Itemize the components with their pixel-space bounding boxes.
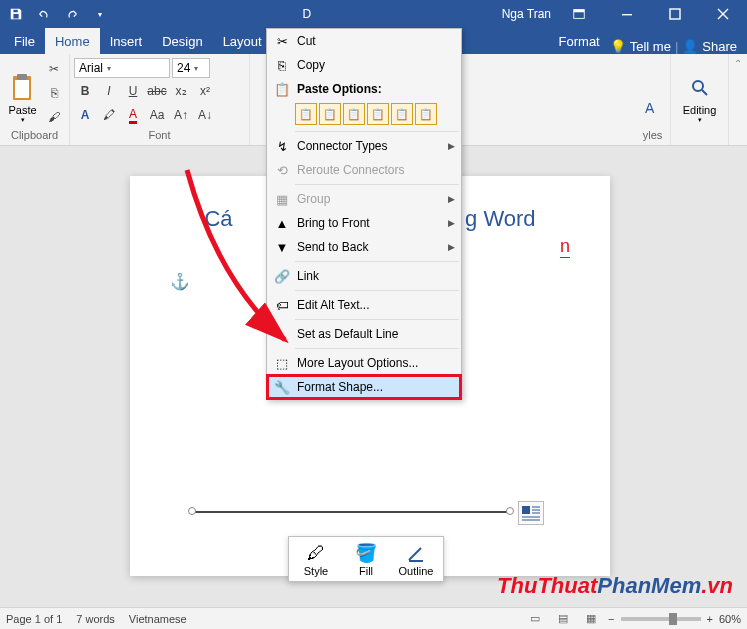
svg-rect-10 [409, 560, 423, 562]
minimize-icon[interactable] [607, 0, 647, 28]
qat-customize-icon[interactable]: ▾ [88, 3, 112, 25]
mini-toolbar: 🖊 Style 🪣 Fill Outline [288, 536, 444, 582]
status-language[interactable]: Vietnamese [129, 613, 187, 625]
resize-handle-left[interactable] [188, 507, 196, 515]
paste-option-5[interactable]: 📋 [391, 103, 413, 125]
change-case-button[interactable]: Aa [146, 104, 168, 126]
styles-button[interactable]: A [637, 56, 669, 126]
font-group-label: Font [74, 129, 245, 143]
scissors-icon: ✂ [271, 32, 293, 50]
paste-option-3[interactable]: 📋 [343, 103, 365, 125]
zoom-in-button[interactable]: + [707, 613, 713, 625]
context-menu: ✂Cut ⎘Copy 📋Paste Options: 📋 📋 📋 📋 📋 📋 ↯… [266, 28, 462, 400]
share-button[interactable]: Share [702, 39, 737, 54]
collapse-ribbon-icon[interactable]: ⌃ [734, 58, 742, 69]
connector-icon: ↯ [271, 137, 293, 155]
tab-format[interactable]: Format [549, 28, 610, 54]
redo-icon[interactable] [60, 3, 84, 25]
tab-layout[interactable]: Layout [213, 28, 272, 54]
maximize-icon[interactable] [655, 0, 695, 28]
tell-me[interactable]: Tell me [630, 39, 671, 54]
tab-home[interactable]: Home [45, 28, 100, 54]
ctx-default-line[interactable]: Set as Default Line [267, 322, 461, 346]
svg-rect-5 [17, 74, 27, 80]
share-icon: 👤 [682, 39, 698, 54]
cut-icon[interactable]: ✂ [43, 58, 65, 80]
italic-button[interactable]: I [98, 80, 120, 102]
ctx-edit-alt-text[interactable]: 🏷Edit Alt Text... [267, 293, 461, 317]
ribbon-display-options-icon[interactable] [559, 0, 599, 28]
paste-option-6[interactable]: 📋 [415, 103, 437, 125]
status-words[interactable]: 7 words [76, 613, 115, 625]
close-icon[interactable] [703, 0, 743, 28]
window-title: D [112, 7, 502, 21]
save-icon[interactable] [4, 3, 28, 25]
reroute-icon: ⟲ [271, 161, 293, 179]
zoom-out-button[interactable]: − [608, 613, 614, 625]
watermark: ThuThuatPhanMem.vn [497, 573, 733, 599]
tab-design[interactable]: Design [152, 28, 212, 54]
svg-rect-2 [622, 14, 632, 15]
font-color-button[interactable]: A [122, 104, 144, 126]
document-subtitle: n [560, 236, 570, 258]
clipboard-group-label: Clipboard [4, 129, 65, 143]
clipboard-icon [7, 72, 39, 104]
paste-icon: 📋 [271, 80, 293, 98]
ctx-cut[interactable]: ✂Cut [267, 29, 461, 53]
resize-handle-right[interactable] [506, 507, 514, 515]
copy-icon[interactable]: ⎘ [43, 82, 65, 104]
bold-button[interactable]: B [74, 80, 96, 102]
layout-options-button[interactable] [518, 501, 544, 525]
underline-button[interactable]: U [122, 80, 144, 102]
undo-icon[interactable] [32, 3, 56, 25]
drawn-line-shape[interactable] [192, 511, 510, 513]
highlight-button[interactable]: 🖍 [98, 104, 120, 126]
fill-button[interactable]: 🪣 Fill [341, 539, 391, 579]
user-name: Nga Tran [502, 7, 551, 21]
tab-file[interactable]: File [4, 28, 45, 54]
paste-option-2[interactable]: 📋 [319, 103, 341, 125]
ctx-copy[interactable]: ⎘Copy [267, 53, 461, 77]
ctx-bring-front[interactable]: ▲Bring to Front▶ [267, 211, 461, 235]
svg-rect-1 [574, 10, 585, 13]
outline-button[interactable]: Outline [391, 539, 441, 579]
font-name-combo[interactable]: Arial▾ [74, 58, 170, 78]
web-layout-icon[interactable]: ▦ [580, 610, 602, 628]
group-icon: ▦ [271, 190, 293, 208]
ctx-send-back[interactable]: ▼Send to Back▶ [267, 235, 461, 259]
grow-font-button[interactable]: A↑ [170, 104, 192, 126]
paste-button[interactable]: Paste ▾ [4, 56, 41, 126]
tab-insert[interactable]: Insert [100, 28, 153, 54]
paste-option-4[interactable]: 📋 [367, 103, 389, 125]
style-button[interactable]: 🖊 Style [291, 539, 341, 579]
text-effects-button[interactable]: A [74, 104, 96, 126]
layout-icon: ⬚ [271, 354, 293, 372]
paste-option-1[interactable]: 📋 [295, 103, 317, 125]
ctx-group: ▦Group▶ [267, 187, 461, 211]
format-painter-icon[interactable]: 🖌 [43, 106, 65, 128]
ctx-connector-types[interactable]: ↯Connector Types▶ [267, 134, 461, 158]
link-icon: 🔗 [271, 267, 293, 285]
zoom-slider[interactable] [621, 617, 701, 621]
ctx-format-shape[interactable]: 🔧Format Shape... [267, 375, 461, 399]
copy-icon: ⎘ [271, 56, 293, 74]
shrink-font-button[interactable]: A↓ [194, 104, 216, 126]
strike-button[interactable]: abc [146, 80, 168, 102]
ctx-paste-options-label: 📋Paste Options: [267, 77, 461, 101]
zoom-value[interactable]: 60% [719, 613, 741, 625]
status-page[interactable]: Page 1 of 1 [6, 613, 62, 625]
bring-front-icon: ▲ [271, 214, 293, 232]
print-layout-icon[interactable]: ▤ [552, 610, 574, 628]
lightbulb-icon: 💡 [610, 39, 626, 54]
svg-rect-3 [670, 9, 680, 19]
subscript-button[interactable]: x₂ [170, 80, 192, 102]
ctx-link[interactable]: 🔗Link [267, 264, 461, 288]
ctx-more-layout[interactable]: ⬚More Layout Options... [267, 351, 461, 375]
superscript-button[interactable]: x² [194, 80, 216, 102]
font-size-combo[interactable]: 24▾ [172, 58, 210, 78]
ctx-reroute: ⟲Reroute Connectors [267, 158, 461, 182]
read-mode-icon[interactable]: ▭ [524, 610, 546, 628]
style-pen-icon: 🖊 [304, 541, 328, 565]
send-back-icon: ▼ [271, 238, 293, 256]
editing-button[interactable]: Editing ▾ [678, 56, 722, 126]
